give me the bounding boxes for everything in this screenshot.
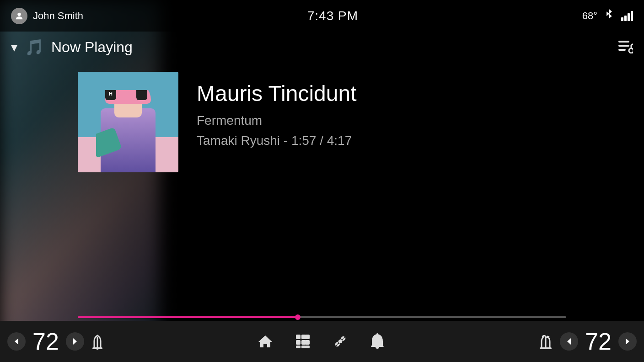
svg-rect-21 xyxy=(296,335,301,339)
user-avatar xyxy=(11,8,27,24)
track-album: Fermentum xyxy=(197,113,356,128)
temp-left-down-button[interactable] xyxy=(7,332,26,351)
home-button[interactable] xyxy=(258,334,273,349)
track-title: Mauris Tincidunt xyxy=(197,81,356,106)
svg-point-30 xyxy=(338,340,342,343)
temp-right-down-button[interactable] xyxy=(560,332,578,351)
status-left: John Smith xyxy=(11,8,83,24)
track-meta: Tamaki Ryushi - 1:57 / 4:17 xyxy=(197,133,356,148)
svg-point-0 xyxy=(17,12,21,16)
queue-button[interactable] xyxy=(618,41,633,53)
status-bar: John Smith 7:43 PM 68° xyxy=(0,0,644,32)
now-playing-title: Now Playing xyxy=(51,39,133,56)
signal-icon xyxy=(621,11,633,21)
apps-button[interactable] xyxy=(295,334,311,349)
track-info: Mauris Tincidunt Fermentum Tamaki Ryushi… xyxy=(197,72,356,148)
header-bar: ▾ 🎵 Now Playing xyxy=(0,32,644,63)
svg-rect-32 xyxy=(540,347,552,349)
svg-line-6 xyxy=(631,44,633,45)
svg-rect-23 xyxy=(305,335,310,339)
climate-right: 72 xyxy=(537,328,637,355)
svg-rect-29 xyxy=(305,346,310,348)
svg-marker-33 xyxy=(567,338,571,345)
svg-marker-17 xyxy=(73,338,77,345)
main-content: H Mauris Tincidunt Fermentum Tamaki Ryus… xyxy=(0,63,644,321)
svg-point-4 xyxy=(629,48,633,53)
temperature-display: 68° xyxy=(582,10,597,22)
notifications-button[interactable] xyxy=(370,333,385,350)
album-art: H xyxy=(78,72,178,172)
svg-rect-1 xyxy=(618,41,629,43)
svg-rect-3 xyxy=(618,49,626,51)
temp-left-up-button[interactable] xyxy=(66,332,84,351)
user-name: John Smith xyxy=(33,10,83,22)
temp-right-value: 72 xyxy=(580,328,617,355)
svg-rect-27 xyxy=(296,346,301,348)
svg-marker-16 xyxy=(15,338,18,345)
bottom-bar: 72 xyxy=(0,321,644,362)
svg-rect-24 xyxy=(296,340,301,345)
music-app-icon: 🎵 xyxy=(25,38,44,56)
svg-rect-19 xyxy=(92,347,102,349)
heat-right-button[interactable] xyxy=(537,333,554,350)
track-section: H Mauris Tincidunt Fermentum Tamaki Ryus… xyxy=(78,63,644,181)
status-right: 68° xyxy=(582,8,633,24)
fan-button[interactable] xyxy=(333,334,348,349)
svg-marker-34 xyxy=(626,338,629,345)
bluetooth-icon xyxy=(605,8,614,24)
svg-rect-31 xyxy=(376,333,378,335)
status-time: 7:43 PM xyxy=(307,9,358,23)
nav-icons xyxy=(258,333,385,350)
collapse-button[interactable]: ▾ xyxy=(11,40,17,55)
temp-left-value: 72 xyxy=(27,328,64,355)
header-left: ▾ 🎵 Now Playing xyxy=(11,38,133,56)
temp-right-up-button[interactable] xyxy=(618,332,637,351)
svg-marker-20 xyxy=(258,335,272,347)
svg-rect-2 xyxy=(618,45,629,47)
svg-rect-26 xyxy=(305,340,310,345)
heat-left-button[interactable] xyxy=(90,333,105,350)
climate-left: 72 xyxy=(7,328,105,355)
